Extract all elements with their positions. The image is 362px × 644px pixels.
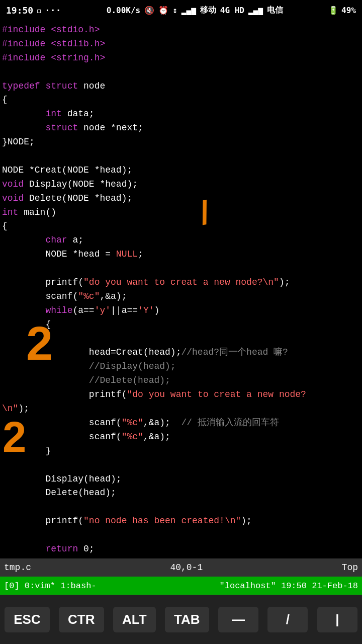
code-line-22: { [2, 318, 360, 332]
code-area[interactable]: #include <stdio.h> #include <stdlib.h> #… [0, 20, 362, 558]
battery-pct: 49% [341, 6, 356, 15]
code-line-2: #include <stdlib.h> [2, 37, 360, 51]
code-line-26: //Delete(head); [2, 374, 360, 388]
code-line-19: printf("do you want to creat a new node?… [2, 276, 360, 290]
battery-icon: 🔋 [328, 6, 338, 15]
code-line-14: int main() [2, 206, 360, 220]
network-type: 4G HD [220, 6, 244, 15]
status-icon: ▫ [36, 5, 42, 16]
code-line-38: return 0; [2, 542, 360, 556]
code-line-33: Display(head); [2, 472, 360, 487]
vim-filename: tmp.c [4, 562, 31, 573]
code-line-18 [2, 262, 360, 276]
status-bar: 19:50 ▫ ··· 0.00K/s 🔇 ⏰ ↕ ▂▄▆ 移动 4G HD ▂… [0, 0, 362, 20]
code-line-13: void Delete(NODE *head); [2, 192, 360, 206]
signal-icon: ↕ [172, 6, 177, 15]
code-line-6: { [2, 93, 360, 107]
vim-status-bar: tmp.c 40,0-1 Top [0, 558, 362, 577]
code-line-34: Delete(head); [2, 486, 360, 500]
code-line-27: printf("do you want to creat a new node? [2, 388, 360, 402]
code-line-3: #include <string.h> [2, 51, 360, 65]
tmux-right: "localhost" 19:50 21-Feb-18 [220, 581, 358, 591]
code-line-9: }NODE; [2, 135, 360, 149]
key-ctr[interactable]: CTR [59, 607, 104, 632]
code-line-7: int data; [2, 107, 360, 121]
speed: 0.00K/s [107, 6, 140, 15]
key-slash[interactable]: / [267, 607, 308, 632]
key-pipe[interactable]: | [317, 607, 357, 632]
key-alt[interactable]: ALT [113, 607, 156, 632]
carrier2: 电信 [267, 5, 283, 16]
code-line-32 [2, 458, 360, 472]
tmux-left: [0] 0:vim* 1:bash- [4, 581, 220, 591]
code-line-8: struct node *next; [2, 121, 360, 135]
key-dash[interactable]: — [218, 607, 258, 632]
signal-bars2: ▂▄▆ [248, 6, 263, 15]
signal-bars: ▂▄▆ [182, 6, 196, 15]
code-line-15: { [2, 219, 360, 233]
status-left: 19:50 ▫ ··· [6, 5, 61, 16]
code-line-25: //Display(head); [2, 360, 360, 374]
code-line-17: NODE *head = NULL; [2, 248, 360, 262]
dots: ··· [45, 5, 61, 16]
code-line-5: typedef struct node [2, 79, 360, 94]
vim-position: 40,0-1 [170, 562, 203, 573]
status-center: 0.00K/s 🔇 ⏰ ↕ ▂▄▆ 移动 4G HD ▂▄▆ 电信 [107, 5, 283, 16]
code-line-1: #include <stdio.h> [2, 23, 360, 37]
key-esc[interactable]: ESC [5, 607, 49, 632]
tmux-bar: [0] 0:vim* 1:bash- "localhost" 19:50 21-… [0, 577, 362, 595]
code-line-29: scanf("%c",&a); // 抵消输入流的回车符 [2, 416, 360, 430]
mute-icon: 🔇 [144, 6, 154, 15]
code-line-20: scanf("%c",&a); [2, 290, 360, 304]
keyboard-bar[interactable]: ESC CTR ALT TAB — / | [0, 595, 362, 644]
vim-top: Top [342, 562, 358, 573]
code-line-4 [2, 65, 360, 79]
code-line-12: void Display(NODE *head); [2, 178, 360, 192]
code-line-10 [2, 149, 360, 164]
alarm-icon: ⏰ [158, 6, 168, 15]
code-line-31: } [2, 444, 360, 458]
code-line-11: NODE *Creat(NODE *head); [2, 164, 360, 178]
code-line-21: while(a=='y'||a=='Y') [2, 304, 360, 318]
time: 19:50 [6, 5, 33, 16]
code-line-36: printf("no node has been created!\n"); [2, 514, 360, 528]
code-line-37 [2, 528, 360, 542]
carrier1: 移动 [200, 5, 216, 16]
code-line-28: \n"); [2, 402, 360, 416]
status-right: 🔋 49% [328, 6, 356, 15]
code-line-24: head=Creat(head);//head?同一个head 嘛? [2, 346, 360, 360]
code-line-35 [2, 500, 360, 514]
code-line-16: char a; [2, 233, 360, 248]
key-tab[interactable]: TAB [165, 607, 209, 632]
code-line-23 [2, 332, 360, 346]
code-line-30: scanf("%c",&a); [2, 430, 360, 444]
